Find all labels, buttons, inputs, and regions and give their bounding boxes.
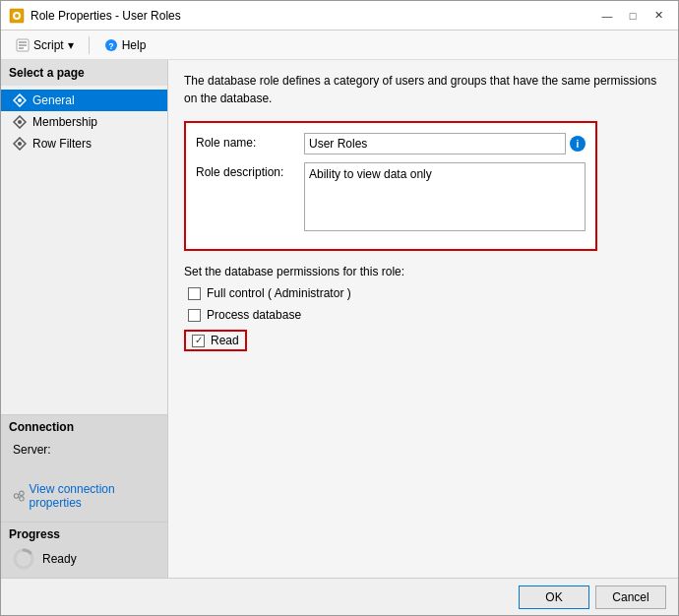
help-label: Help xyxy=(122,38,147,52)
content-area: The database role defines a category of … xyxy=(168,60,678,578)
role-name-row: Role name: i xyxy=(196,133,586,154)
svg-point-12 xyxy=(14,494,18,498)
connection-content: Server: View connection properties xyxy=(1,439,167,522)
role-name-label: Role name: xyxy=(196,133,304,150)
sidebar-nav: General Membership xyxy=(1,86,167,414)
window-icon xyxy=(9,8,25,24)
connection-header: Connection xyxy=(1,415,167,439)
sidebar-item-row-filters[interactable]: Row Filters xyxy=(1,133,167,154)
sidebar-item-row-filters-label: Row Filters xyxy=(32,137,92,151)
svg-point-13 xyxy=(20,491,24,495)
process-database-label[interactable]: Process database xyxy=(207,308,301,322)
toolbar: Script ▾ ? Help xyxy=(1,31,678,60)
sidebar: Select a page General xyxy=(1,60,168,578)
window-title: Role Properties - User Roles xyxy=(31,9,181,23)
ok-button[interactable]: OK xyxy=(519,585,589,609)
title-bar-left: Role Properties - User Roles xyxy=(9,8,181,24)
read-checkbox[interactable]: ✓ xyxy=(192,335,205,347)
full-control-checkbox[interactable] xyxy=(188,287,201,300)
progress-section: Progress Ready xyxy=(1,522,167,578)
read-row-highlighted: ✓ Read xyxy=(184,330,247,351)
server-label: Server: xyxy=(13,443,51,457)
svg-text:?: ? xyxy=(108,41,114,51)
svg-point-2 xyxy=(15,14,19,18)
view-connection-properties-link[interactable]: View connection properties xyxy=(13,478,155,514)
view-connection-properties-label: View connection properties xyxy=(30,482,156,510)
help-icon: ? xyxy=(104,38,118,52)
script-button[interactable]: Script ▾ xyxy=(9,35,81,55)
process-database-checkbox[interactable] xyxy=(188,309,201,322)
help-button[interactable]: ? Help xyxy=(97,35,154,55)
info-icon[interactable]: i xyxy=(570,136,586,152)
toolbar-separator xyxy=(89,36,90,54)
sidebar-item-general[interactable]: General xyxy=(1,90,167,111)
sidebar-item-membership[interactable]: Membership xyxy=(1,111,167,133)
footer: OK Cancel xyxy=(1,578,678,615)
main-content: Select a page General xyxy=(1,60,678,578)
sidebar-item-general-label: General xyxy=(32,93,75,107)
svg-point-11 xyxy=(18,142,22,146)
script-dropdown-arrow: ▾ xyxy=(68,38,74,52)
process-database-row: Process database xyxy=(184,308,662,322)
main-window: Role Properties - User Roles — □ ✕ Scrip… xyxy=(0,0,679,616)
row-filters-icon xyxy=(13,137,27,151)
role-description-input[interactable]: Ability to view data only xyxy=(304,162,586,231)
svg-point-9 xyxy=(18,98,22,102)
progress-header: Progress xyxy=(1,523,167,546)
full-control-row: Full control ( Administrator ) xyxy=(184,286,662,300)
cancel-button[interactable]: Cancel xyxy=(595,585,666,609)
progress-status: Ready xyxy=(42,552,77,566)
progress-content: Ready xyxy=(1,546,167,578)
svg-point-10 xyxy=(18,120,22,124)
script-label: Script xyxy=(33,38,64,52)
role-description-label: Role description: xyxy=(196,162,304,179)
role-name-field-wrapper: i xyxy=(304,133,586,154)
close-button[interactable]: ✕ xyxy=(647,6,670,26)
role-description-row: Role description: Ability to view data o… xyxy=(196,162,586,231)
general-icon xyxy=(13,93,27,107)
title-controls: — □ ✕ xyxy=(595,6,670,26)
description-text: The database role defines a category of … xyxy=(184,72,662,107)
read-checkmark: ✓ xyxy=(195,336,203,345)
progress-spinner-icon xyxy=(13,548,34,570)
role-form-box: Role name: i Role description: Ability t… xyxy=(184,121,597,251)
maximize-button[interactable]: □ xyxy=(621,6,645,26)
server-row: Server: xyxy=(13,441,155,459)
script-icon xyxy=(16,38,30,52)
read-label[interactable]: Read xyxy=(211,334,239,347)
membership-icon xyxy=(13,115,27,129)
sidebar-header: Select a page xyxy=(1,60,167,86)
svg-point-14 xyxy=(20,496,24,500)
connection-section: Connection Server: xyxy=(1,414,167,522)
role-name-input[interactable] xyxy=(304,133,566,154)
full-control-label[interactable]: Full control ( Administrator ) xyxy=(207,286,351,300)
sidebar-item-membership-label: Membership xyxy=(32,115,97,129)
permissions-label: Set the database permissions for this ro… xyxy=(184,265,662,278)
title-bar: Role Properties - User Roles — □ ✕ xyxy=(1,1,678,31)
connection-icon xyxy=(13,489,26,503)
minimize-button[interactable]: — xyxy=(595,6,619,26)
